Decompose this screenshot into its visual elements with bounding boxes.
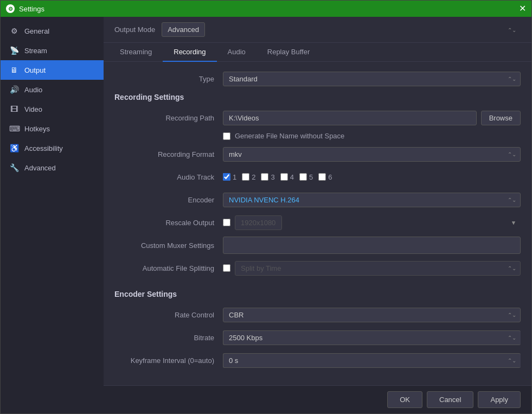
bitrate-label: Bitrate [114,334,223,342]
rescale-resolution-select[interactable]: 1920x1080 [235,215,282,230]
audio-track-control: 1 2 3 4 [223,173,521,181]
custom-muxer-row: Custom Muxer Settings [114,237,521,254]
track-5-label: 5 [309,173,313,181]
tab-streaming[interactable]: Streaming [109,43,163,62]
track-3-label: 3 [271,173,274,181]
video-icon: 🎞 [9,105,19,113]
custom-muxer-control [223,237,521,254]
type-label: Type [114,75,223,83]
type-control: Standard Custom Output (FFmpeg) [223,72,521,86]
track-2-label: 2 [252,173,255,181]
output-mode-label: Output Mode [114,26,155,34]
audio-track-row: Audio Track 1 2 [114,168,521,186]
recording-path-row: Recording Path Browse [114,109,521,126]
recording-format-label: Recording Format [114,150,223,158]
sidebar-label-accessibility: Accessibility [24,144,63,152]
accessibility-icon: ♿ [9,144,19,152]
app-icon: ⚙ [6,4,15,13]
auto-split-select[interactable]: Split by Time Split by Size [235,261,521,276]
track-item-3: 3 [261,173,274,181]
rate-control-row: Rate Control CBR VBR CQP [114,306,521,323]
track-3-checkbox[interactable] [261,173,268,181]
rate-control-select[interactable]: CBR VBR CQP [223,308,521,322]
sidebar-label-stream: Stream [24,47,47,55]
sidebar-item-general[interactable]: ⚙ General [1,21,104,41]
rate-control-label: Rate Control [114,311,223,319]
window-title: Settings [19,5,44,13]
sidebar-item-audio[interactable]: 🔊 Audio [1,80,104,99]
auto-split-label: Automatic File Splitting [114,264,223,272]
settings-window: ⚙ Settings ✕ ⚙ General 📡 Stream 🖥 Output… [0,0,532,414]
custom-muxer-input[interactable] [223,237,521,254]
advanced-icon: 🔧 [9,163,19,172]
rescale-output-checkbox[interactable] [223,219,230,226]
tab-recording[interactable]: Recording [163,43,216,62]
rescale-output-label: Rescale Output [114,219,223,227]
sidebar-item-advanced[interactable]: 🔧 Advanced [1,158,104,177]
keyframe-label: Keyframe Interval (0=auto) [114,356,223,365]
audio-track-list: 1 2 3 4 [223,173,521,181]
auto-split-checkbox[interactable] [223,264,230,272]
track-1-checkbox[interactable] [223,173,230,181]
rescale-output-control: 1920x1080 ▼ [223,215,521,230]
output-mode-bar: Output Mode Advanced Simple [104,17,531,43]
output-mode-select[interactable]: Advanced Simple [162,22,205,37]
tab-audio[interactable]: Audio [217,43,257,62]
tab-replay-buffer[interactable]: Replay Buffer [257,43,321,62]
auto-split-control: Split by Time Split by Size [223,261,521,276]
recording-format-control: mkv mp4 flv mov [223,147,521,162]
sidebar-item-accessibility[interactable]: ♿ Accessibility [1,138,104,158]
encoder-settings-title: Encoder Settings [114,290,521,298]
track-5-checkbox[interactable] [299,173,307,181]
sidebar-label-output: Output [24,66,46,74]
hotkeys-icon: ⌨ [9,124,19,133]
recording-path-input[interactable] [223,111,477,125]
sidebar-item-stream[interactable]: 📡 Stream [1,41,104,60]
ok-button[interactable]: OK [387,391,422,408]
output-mode-wrapper: Advanced Simple [162,22,521,37]
keyframe-input[interactable] [223,353,521,368]
sidebar: ⚙ General 📡 Stream 🖥 Output 🔊 Audio 🎞 Vi… [1,17,104,413]
audio-track-label: Audio Track [114,173,223,181]
track-6-label: 6 [328,173,332,181]
track-item-2: 2 [242,173,255,181]
track-item-1: 1 [223,173,236,181]
gear-icon: ⚙ [9,27,19,35]
auto-split-row: Automatic File Splitting Split by Time S… [114,259,521,277]
recording-path-label: Recording Path [114,114,223,122]
encoder-control: NVIDIA NVENC H.264 x264 NVENC HEVC [223,193,521,207]
main-panel: Output Mode Advanced Simple Streaming Re… [104,17,531,413]
keyframe-wrapper [223,353,521,368]
cancel-button[interactable]: Cancel [427,391,473,408]
track-item-4: 4 [280,173,294,181]
bitrate-input[interactable] [223,330,521,345]
browse-button[interactable]: Browse [481,111,521,125]
sidebar-item-video[interactable]: 🎞 Video [1,99,104,119]
bitrate-wrapper [223,330,521,345]
titlebar: ⚙ Settings ✕ [1,1,531,17]
recording-format-row: Recording Format mkv mp4 flv mov [114,145,521,163]
output-icon: 🖥 [9,66,19,74]
type-row: Type Standard Custom Output (FFmpeg) [114,70,521,87]
sidebar-item-hotkeys[interactable]: ⌨ Hotkeys [1,119,104,138]
recording-format-select[interactable]: mkv mp4 flv mov [223,147,521,162]
sidebar-label-general: General [24,27,49,35]
sidebar-item-output[interactable]: 🖥 Output [1,60,104,80]
encoder-select[interactable]: NVIDIA NVENC H.264 x264 NVENC HEVC [223,193,521,207]
track-4-checkbox[interactable] [280,173,288,181]
custom-muxer-label: Custom Muxer Settings [114,241,223,250]
apply-button[interactable]: Apply [478,391,521,408]
panel-content: Type Standard Custom Output (FFmpeg) Rec… [104,62,531,385]
keyframe-row: Keyframe Interval (0=auto) [114,352,521,369]
type-select[interactable]: Standard Custom Output (FFmpeg) [223,72,521,86]
sidebar-label-hotkeys: Hotkeys [24,125,50,133]
track-6-checkbox[interactable] [318,173,326,181]
generate-filename-checkbox[interactable] [223,132,230,140]
track-item-5: 5 [299,173,313,181]
sidebar-label-video: Video [24,105,42,113]
track-2-checkbox[interactable] [242,173,249,181]
titlebar-left: ⚙ Settings [6,4,44,13]
content-area: ⚙ General 📡 Stream 🖥 Output 🔊 Audio 🎞 Vi… [1,17,531,413]
rescale-resolution-wrapper: 1920x1080 ▼ [235,215,521,230]
close-button[interactable]: ✕ [519,4,526,13]
